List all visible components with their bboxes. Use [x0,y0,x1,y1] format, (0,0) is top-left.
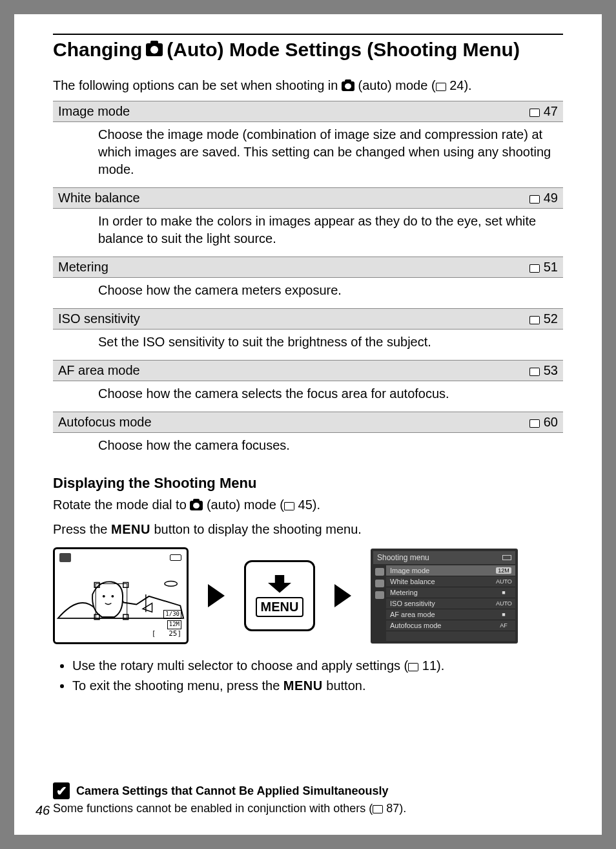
check-icon: ✔ [53,782,70,799]
option-desc-row: Choose the image mode (combination of im… [53,122,563,188]
option-desc: Choose the image mode (combination of im… [53,122,563,188]
menu-row: ISO sensitivityAUTO [386,598,515,609]
lcd-illustration: 1/30 12M [ 25] [53,547,189,644]
page-ref-icon [529,109,540,117]
menu-row-value: ■ [496,589,511,596]
menu-row: Metering■ [386,587,515,598]
subheading: Displaying the Shooting Menu [53,475,563,492]
page-ref-icon [436,83,446,91]
option-header: ISO sensitivity 52 [53,309,563,330]
option-desc: In order to make the colors in images ap… [53,209,563,257]
option-name: Metering [53,257,422,278]
option-ref: 47 [422,101,563,122]
camera-icon [342,81,354,91]
shooting-menu-screenshot: Shooting menu Image mode12MWhite balance… [371,549,518,644]
option-desc-row: Set the ISO sensitivity to suit the brig… [53,330,563,361]
figure-row: 1/30 12M [ 25] MENU Shooting menu Image … [53,547,563,644]
menu-word: MENU [111,522,150,536]
menu-row-label: ISO sensitivity [390,600,435,607]
bullet-item: Use the rotary multi selector to choose … [72,656,563,676]
bullet-list: Use the rotary multi selector to choose … [72,656,563,696]
option-ref: 49 [422,188,563,209]
option-header: Autofocus mode 60 [53,412,563,433]
bullet-item: To exit the shooting menu, press the MEN… [72,676,563,696]
intro-text: The following options can be set when sh… [53,76,563,94]
page-ref-icon [529,368,540,376]
menu-row-value: AUTO [496,600,511,607]
page: Changing (Auto) Mode Settings (Shooting … [14,14,602,835]
menu-row: AF area mode■ [386,609,515,620]
battery-icon [502,555,511,560]
option-header: Image mode 47 [53,101,563,122]
menu-row-value: AUTO [496,578,511,585]
option-desc: Choose how the camera selects the focus … [53,381,563,412]
svg-point-2 [111,595,114,598]
menu-row-value: AF [496,622,511,629]
menu-title: Shooting menu [377,553,429,562]
option-desc: Set the ISO sensitivity to suit the brig… [53,330,563,361]
option-name: White balance [53,188,422,209]
option-header: White balance 49 [53,188,563,209]
option-ref: 60 [422,412,563,433]
option-ref: 52 [422,309,563,330]
page-number: 46 [36,803,50,818]
option-ref: 53 [422,361,563,381]
option-name: ISO sensitivity [53,309,422,330]
arrow-down-icon [268,575,291,593]
menu-button-illustration: MENU [244,560,315,631]
option-desc-row: Choose how the camera meters exposure. [53,278,563,309]
option-desc: Choose how the camera meters exposure. [53,278,563,309]
page-ref-icon [373,805,383,813]
option-name: Image mode [53,101,422,122]
option-name: AF area mode [53,361,422,381]
page-ref-icon [529,419,540,428]
menu-row-label: White balance [390,578,435,585]
svg-rect-6 [123,582,128,587]
page-ref-icon [529,264,540,273]
option-desc-row: Choose how the camera focuses. [53,433,563,464]
menu-row-label: AF area mode [390,611,435,618]
note-text: Some functions cannot be enabled in conj… [53,802,563,815]
menu-row-label: Image mode [390,567,429,574]
page-title: Changing (Auto) Mode Settings (Shooting … [53,39,563,61]
camera-icon [146,43,163,56]
svg-point-1 [103,595,105,598]
page-ref-icon [529,195,540,204]
arrow-right-icon [208,584,225,607]
camera-icon [190,501,203,510]
page-ref-icon [284,502,294,510]
page-ref-icon [529,316,540,324]
menu-word: MENU [283,678,323,693]
option-header: AF area mode 53 [53,361,563,381]
svg-point-3 [165,582,177,587]
option-desc-row: In order to make the colors in images ap… [53,209,563,257]
options-table: Image mode 47Choose the image mode (comb… [53,101,563,463]
option-desc: Choose how the camera focuses. [53,433,563,464]
menu-row-label: Autofocus mode [390,622,442,629]
note-title: Camera Settings that Cannot Be Applied S… [76,784,388,798]
menu-row: Image mode12M [386,565,515,576]
option-ref: 51 [422,257,563,278]
note-box: ✔ Camera Settings that Cannot Be Applied… [53,782,563,815]
arrow-right-icon [334,584,351,607]
menu-row-value: 12M [496,567,511,574]
option-desc-row: Choose how the camera selects the focus … [53,381,563,412]
menu-row: Autofocus modeAF [386,620,515,631]
option-header: Metering 51 [53,257,563,278]
menu-row-value: ■ [496,611,511,618]
press-text: Press the MENU button to display the sho… [53,520,563,538]
menu-row: White balanceAUTO [386,576,515,587]
option-name: Autofocus mode [53,412,422,433]
page-ref-icon [408,663,418,671]
rotate-text: Rotate the mode dial to (auto) mode ( 45… [53,496,563,514]
menu-row-label: Metering [390,589,418,596]
